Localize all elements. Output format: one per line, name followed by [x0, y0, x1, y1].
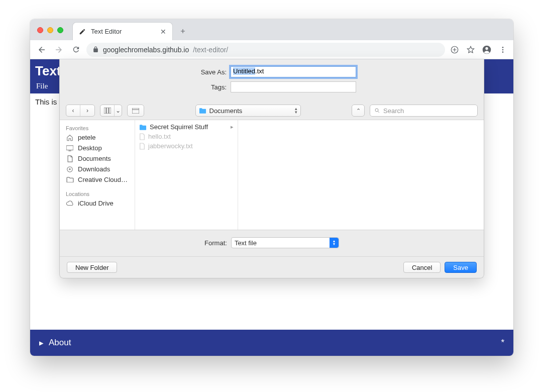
svg-rect-8	[109, 108, 111, 114]
about-bar[interactable]: ▸ About *	[30, 330, 513, 356]
search-input[interactable]: Search	[370, 105, 478, 117]
file-icon	[139, 133, 145, 140]
url-host: googlechromelabs.github.io	[103, 46, 189, 54]
browser-window: Text Editor ✕ googlechromelabs.github.io…	[30, 19, 513, 356]
sidebar-item-creative-cloud[interactable]: Creative Cloud…	[62, 174, 133, 185]
chevron-right-icon: ▸	[231, 124, 234, 130]
column-item-file: hello.txt	[135, 132, 238, 141]
tab-title: Text Editor	[91, 28, 122, 35]
close-tab-icon[interactable]: ✕	[160, 28, 166, 36]
location-popup[interactable]: Documents ▴▾	[195, 105, 301, 117]
view-dropdown-icon[interactable]: ⌄	[115, 105, 122, 116]
column-item-file: jabberwocky.txt	[135, 141, 238, 151]
view-mode-toggle[interactable]: ⌄	[100, 105, 122, 117]
stepper-icon: ▴▾	[295, 107, 297, 114]
file-icon	[139, 143, 145, 150]
url-path: /text-editor/	[193, 46, 228, 54]
format-row: Format: Text file ▴▾	[60, 230, 484, 256]
minimize-window-button[interactable]	[47, 27, 53, 33]
file-browser: Favorites petele Desktop Documents Downl…	[60, 120, 484, 230]
file-column: Secret Squirrel Stuff ▸ hello.txt jabber…	[135, 120, 238, 230]
address-bar[interactable]: googlechromelabs.github.io/text-editor/	[86, 43, 445, 57]
back-button[interactable]	[35, 43, 48, 56]
sidebar-item-desktop[interactable]: Desktop	[62, 143, 133, 153]
tags-label: Tags:	[70, 83, 231, 91]
sidebar-item-icloud[interactable]: iCloud Drive	[62, 198, 133, 209]
disclosure-triangle-icon: ▸	[39, 338, 44, 348]
svg-rect-6	[104, 108, 106, 114]
documents-icon	[66, 155, 74, 162]
folder-icon	[199, 108, 206, 114]
save-button[interactable]: Save	[445, 262, 477, 273]
collapse-button[interactable]: ⌃	[352, 105, 365, 117]
new-folder-button[interactable]: New Folder	[67, 262, 117, 273]
reload-button[interactable]	[69, 43, 82, 56]
format-select[interactable]: Text file ▴▾	[231, 237, 339, 248]
cancel-button[interactable]: Cancel	[403, 262, 441, 273]
select-stepper-icon: ▴▾	[330, 238, 339, 248]
filename-ext: .txt	[255, 67, 264, 75]
lock-icon	[92, 46, 99, 53]
desktop-icon	[66, 145, 74, 151]
svg-rect-11	[66, 145, 73, 150]
svg-point-10	[375, 109, 378, 112]
maximize-window-button[interactable]	[57, 27, 63, 33]
search-placeholder: Search	[383, 107, 404, 115]
search-icon	[374, 108, 380, 114]
svg-point-5	[502, 51, 504, 53]
browser-tab[interactable]: Text Editor ✕	[72, 22, 173, 40]
kebab-menu-icon[interactable]	[497, 44, 508, 55]
group-button[interactable]	[127, 105, 144, 117]
column-view-icon[interactable]	[100, 105, 115, 116]
svg-point-4	[502, 49, 504, 50]
sidebar-item-documents[interactable]: Documents	[62, 153, 133, 164]
page-content: Text File This is a n ▸ About * Save As:…	[30, 59, 513, 356]
nav-back-forward[interactable]: ‹ ›	[66, 105, 95, 117]
bookmark-star-icon[interactable]	[465, 44, 476, 55]
pencil-icon	[79, 28, 86, 35]
sidebar-item-petele[interactable]: petele	[62, 132, 133, 143]
browser-toolbar: googlechromelabs.github.io/text-editor/	[30, 40, 513, 59]
dialog-footer: New Folder Cancel Save	[60, 256, 484, 278]
new-tab-button[interactable]	[176, 24, 190, 38]
empty-column	[238, 120, 484, 230]
column-item-folder[interactable]: Secret Squirrel Stuff ▸	[135, 122, 238, 132]
sidebar-item-downloads[interactable]: Downloads	[62, 164, 133, 174]
downloads-icon	[66, 166, 74, 173]
home-icon	[66, 134, 74, 141]
window-controls	[37, 27, 63, 40]
favorites-header: Favorites	[62, 123, 133, 132]
close-window-button[interactable]	[37, 27, 43, 33]
filename-base: Untitled	[233, 67, 255, 75]
about-label: About	[49, 338, 71, 348]
cloud-icon	[66, 201, 74, 206]
forward-button[interactable]	[52, 43, 65, 56]
svg-rect-9	[132, 108, 139, 114]
save-file-dialog: Save As: Untitled.txt Tags: ‹ ›	[59, 59, 484, 278]
modified-indicator: *	[501, 338, 504, 348]
file-browser-toolbar: ‹ › ⌄ Documents ▴▾	[60, 102, 484, 120]
location-label: Documents	[209, 107, 243, 115]
format-value: Text file	[235, 239, 257, 247]
nav-forward-icon[interactable]: ›	[80, 105, 94, 116]
folder-icon	[139, 124, 147, 130]
nav-back-icon[interactable]: ‹	[66, 105, 80, 116]
svg-rect-7	[106, 108, 108, 114]
svg-point-3	[502, 47, 504, 48]
sidebar: Favorites petele Desktop Documents Downl…	[60, 120, 135, 230]
folder-icon	[66, 177, 74, 182]
tags-input[interactable]	[231, 81, 356, 92]
toolbar-right-icons	[449, 44, 508, 55]
profile-avatar-icon[interactable]	[481, 44, 492, 55]
save-as-label: Save As:	[70, 68, 231, 76]
svg-point-2	[485, 47, 488, 49]
filename-input[interactable]: Untitled.txt	[231, 66, 356, 77]
tab-strip: Text Editor ✕	[30, 19, 513, 40]
install-app-icon[interactable]	[449, 44, 460, 55]
format-label: Format:	[204, 239, 227, 247]
locations-header: Locations	[62, 189, 133, 198]
